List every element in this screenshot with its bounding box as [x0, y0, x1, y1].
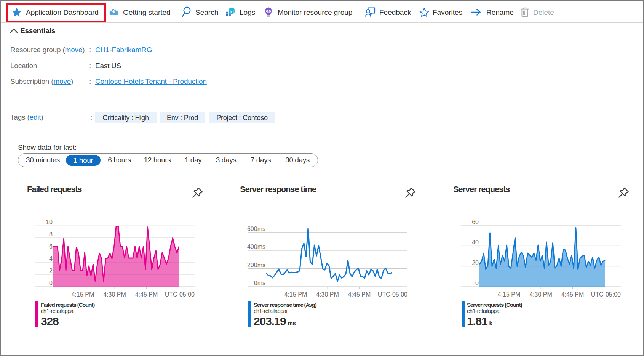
svg-text:4:15 PM: 4:15 PM [72, 291, 94, 298]
svg-text:600ms: 600ms [247, 226, 265, 232]
svg-text:8: 8 [49, 231, 53, 237]
svg-text:40: 40 [472, 239, 479, 245]
svg-text:20: 20 [472, 260, 479, 266]
svg-text:4:45 PM: 4:45 PM [135, 291, 158, 298]
svg-text:0: 0 [475, 280, 479, 286]
svg-text:4:15 PM: 4:15 PM [498, 291, 521, 298]
svg-text:6: 6 [49, 243, 53, 250]
svg-text:10: 10 [46, 219, 53, 225]
svg-text:400ms: 400ms [247, 244, 265, 250]
svg-text:0: 0 [49, 280, 53, 286]
svg-text:2: 2 [49, 268, 53, 274]
svg-text:4:45 PM: 4:45 PM [348, 291, 371, 298]
svg-text:4:45 PM: 4:45 PM [561, 291, 584, 298]
svg-text:4:30 PM: 4:30 PM [316, 291, 339, 298]
svg-text:UTC-05:00: UTC-05:00 [591, 291, 621, 298]
svg-text:4:30 PM: 4:30 PM [529, 291, 552, 298]
svg-text:200ms: 200ms [247, 262, 265, 268]
svg-text:60: 60 [472, 219, 479, 225]
svg-text:UTC-05:00: UTC-05:00 [165, 291, 195, 298]
svg-text:UTC-05:00: UTC-05:00 [378, 291, 407, 298]
svg-text:4:30 PM: 4:30 PM [103, 291, 126, 298]
svg-text:4: 4 [49, 255, 53, 262]
svg-text:4:15 PM: 4:15 PM [284, 291, 307, 298]
svg-text:0ms: 0ms [254, 280, 265, 286]
